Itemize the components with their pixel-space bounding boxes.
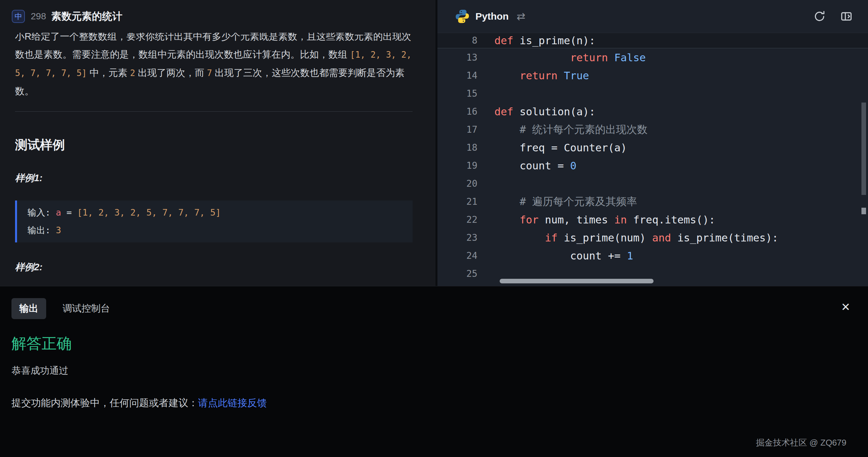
line-number: 23 [437,232,477,243]
inline-code: 2 [130,68,135,78]
line-number: 25 [437,268,477,279]
problem-number: 298 [31,11,46,22]
sample1-output-line: 输出: 3 [28,221,412,239]
sample1-label: 样例1: [15,172,412,185]
line-number: 18 [437,142,477,153]
input-value: [1, 2, 3, 2, 5, 7, 7, 7, 5] [77,207,221,217]
code-line-text: # 统计每个元素的出现次数 [494,123,648,137]
code-line-text: if is_prime(num) and is_prime(times): [494,232,778,244]
editor-actions [813,0,868,33]
description-text: 中，元素 [87,67,130,78]
input-label: 输入: [28,207,56,217]
line-number: 14 [437,70,477,81]
code-line[interactable]: 17 # 统计每个元素的出现次数 [437,121,868,139]
vertical-scrollbar-thumb[interactable] [862,102,866,195]
code-line[interactable]: 18 freq = Counter(a) [437,139,868,157]
close-icon[interactable]: ✕ [841,301,850,312]
line-number: 16 [437,106,477,117]
line-number: 24 [437,250,477,261]
horizontal-scrollbar-thumb[interactable] [500,279,654,283]
input-variable: a [56,207,61,217]
tab-debug-console[interactable]: 调试控制台 [55,298,118,319]
code-line-text: def solution(a): [494,105,595,118]
console-panel: 输出调试控制台 ✕ 解答正确 恭喜成功通过 提交功能内测体验中，任何问题或者建议… [0,286,868,457]
code-line-text: count = 0 [494,159,576,172]
code-line-text: return False [494,52,646,64]
code-line[interactable]: 16def solution(a): [437,102,868,121]
output-value: 3 [56,225,61,235]
scrollbar-marker [862,208,866,214]
code-line[interactable]: 13 return False [437,49,868,66]
result-status: 解答正确 [11,334,868,354]
difficulty-badge: 中 [12,10,25,23]
result-message: 恭喜成功通过 [11,364,868,377]
python-logo-icon [455,9,469,24]
code-line-text: count += 1 [494,250,633,262]
feedback-line: 提交功能内测体验中，任何问题或者建议：请点此链接反馈 [11,396,868,410]
refresh-icon[interactable] [813,10,826,23]
code-line-text: freq = Counter(a) [494,142,627,154]
code-line-text: def is_prime(n): [494,34,595,47]
code-line[interactable]: 14 return True [437,66,868,85]
language-label: Python [475,11,509,22]
tab-output[interactable]: 输出 [11,298,46,319]
code-line[interactable]: 21 # 遍历每个元素及其频率 [437,193,868,211]
description-text: 出现了两次，而 [135,67,207,78]
watermark-credit: 掘金技术社区 @ ZQ679 [756,437,846,449]
code-editor[interactable]: 8def is_prime(n):13 return False14 retur… [437,33,868,286]
input-equals: = [61,207,77,217]
main-area: 中 298 素数元素的统计 小R给定了一个整数数组，要求你统计出其中有多少个元素… [0,0,868,286]
feedback-text: 提交功能内测体验中，任何问题或者建议： [11,397,198,408]
section-divider [15,111,412,112]
code-line[interactable]: 23 if is_prime(num) and is_prime(times): [437,228,868,247]
problem-description: 小R给定了一个整数数组，要求你统计出其中有多少个元素既是素数，且这些素数元素的出… [15,33,412,100]
console-tabs: 输出调试控制台 [0,286,868,319]
sticky-code-line[interactable]: 8def is_prime(n): [437,33,868,49]
layout-toggle-icon[interactable] [840,10,853,23]
code-line[interactable]: 24 count += 1 [437,247,868,265]
feedback-link[interactable]: 请点此链接反馈 [198,397,267,408]
line-number: 17 [437,124,477,135]
language-swap-icon[interactable]: ⇄ [517,10,526,23]
editor-panel: Python ⇄ 8def is_prime(n [437,0,868,286]
output-label: 输出: [28,225,56,235]
line-number: 13 [437,52,477,63]
inline-code: 7 [207,68,212,78]
sample1-code-block: 输入: a = [1, 2, 3, 2, 5, 7, 7, 7, 5] 输出: … [15,201,412,242]
line-number: 19 [437,160,477,171]
problem-panel: 中 298 素数元素的统计 小R给定了一个整数数组，要求你统计出其中有多少个元素… [0,0,435,286]
code-line[interactable]: 19 count = 0 [437,157,868,175]
code-line[interactable]: 15 [437,85,868,102]
code-line[interactable]: 20 [437,175,868,193]
line-number: 15 [437,88,477,99]
sample2-label: 样例2: [15,261,412,274]
problem-header: 中 298 素数元素的统计 [0,0,435,33]
line-number: 20 [437,178,477,189]
editor-header: Python ⇄ [437,0,868,33]
code-line-text: for num, times in freq.items(): [494,214,715,226]
code-line-text: # 遍历每个元素及其频率 [494,194,637,209]
samples-heading: 测试样例 [15,136,412,153]
problem-content[interactable]: 小R给定了一个整数数组，要求你统计出其中有多少个元素既是素数，且这些素数元素的出… [0,33,435,286]
code-line[interactable]: 22 for num, times in freq.items(): [437,211,868,228]
problem-title: 素数元素的统计 [52,9,122,23]
sample1-input-line: 输入: a = [1, 2, 3, 2, 5, 7, 7, 7, 5] [28,204,412,221]
code-line-text: return True [494,69,589,82]
line-number: 21 [437,196,477,207]
line-number: 22 [437,214,477,225]
line-number: 8 [437,35,477,46]
